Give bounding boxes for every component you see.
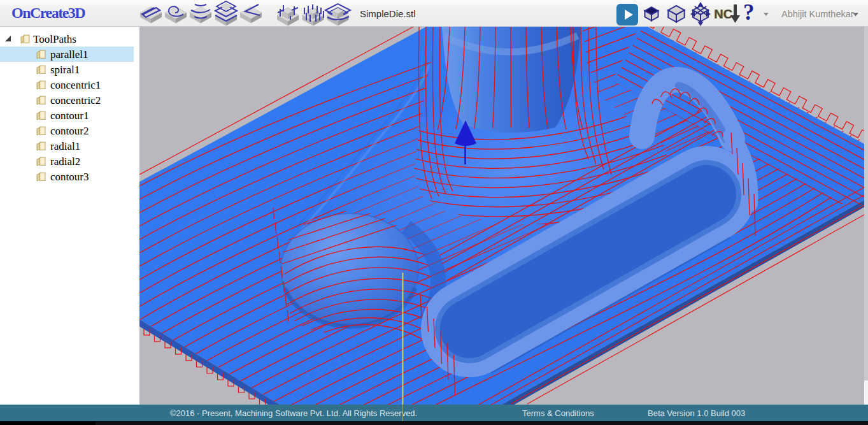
svg-text:NC: NC	[714, 7, 732, 21]
